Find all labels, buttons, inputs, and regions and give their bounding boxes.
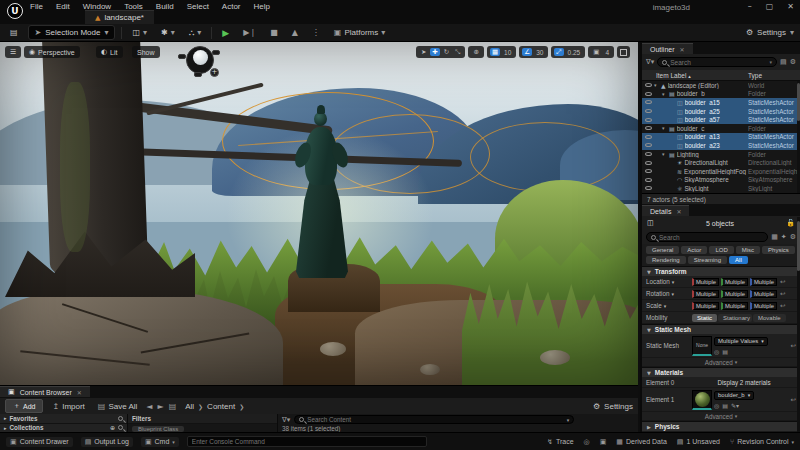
outliner-row[interactable]: ▾▲landscape (Editor)World	[642, 81, 800, 90]
back-icon[interactable]: ◄	[146, 402, 152, 411]
outliner-row[interactable]: ◫boulder_a13StaticMeshActor	[642, 133, 800, 142]
rotation-snap-icon[interactable]: ∠	[522, 48, 532, 56]
visibility-eye-icon[interactable]	[642, 118, 654, 122]
play-button[interactable]: ▶	[218, 26, 233, 40]
outliner-row[interactable]: ▾▤boulder_cFolder	[642, 124, 800, 133]
menu-edit[interactable]: Edit	[56, 2, 70, 11]
favorites-expander[interactable]: ▸ Favorites	[0, 414, 127, 424]
outliner-row[interactable]: ☼SkyLightSkyLight	[642, 184, 800, 193]
sun-widget-sun-sphere[interactable]	[193, 50, 208, 65]
viewport-menu-button[interactable]: ☰	[5, 46, 21, 58]
level-tab[interactable]: ▲ landscape*	[85, 10, 154, 24]
outliner-row[interactable]: ◠SkyAtmosphereSkyAtmosphere	[642, 176, 800, 185]
reset-icon[interactable]: ↩	[780, 278, 785, 286]
visibility-eye-icon[interactable]	[642, 169, 654, 173]
select-tool-button[interactable]: ➤	[419, 48, 428, 56]
perspective-dropdown[interactable]: ◉ Perspective	[24, 46, 80, 58]
expand-arrow-icon[interactable]: ▾	[662, 151, 669, 157]
visibility-eye-icon[interactable]	[642, 92, 654, 96]
status-icon-b[interactable]: ▣	[600, 438, 607, 446]
mobility-stationary[interactable]: Stationary	[718, 314, 752, 322]
filter-chip-rendering[interactable]: Rendering	[646, 256, 686, 264]
outliner-row[interactable]: ☀DirectionalLightDirectionalLight	[642, 158, 800, 167]
breadcrumb-content[interactable]: Content	[207, 402, 235, 411]
scale-snap-value[interactable]: 0.25	[566, 49, 583, 56]
visibility-eye-icon[interactable]	[642, 178, 654, 182]
material-options-icon[interactable]: ✎▾	[731, 402, 739, 409]
eject-button[interactable]: ▲	[288, 26, 302, 39]
trace-button[interactable]: ↯ Trace	[547, 438, 574, 446]
expand-arrow-icon[interactable]: ▾	[662, 91, 669, 97]
revision-control-button[interactable]: ⑂ Revision Control ▾	[730, 438, 794, 446]
grid-snap-value[interactable]: 10	[502, 49, 513, 56]
outliner-row[interactable]: ▾▤LightingFolder	[642, 150, 800, 159]
forward-icon[interactable]: ►	[157, 402, 163, 411]
outliner-search-input[interactable]	[670, 59, 766, 66]
selection-mode-dropdown[interactable]: ➤ Selection Mode ▾	[28, 25, 116, 40]
transform-value-vy[interactable]: Multiple	[721, 290, 748, 298]
advanced-expander[interactable]: Advanced▾	[642, 412, 800, 421]
show-dropdown[interactable]: Show	[132, 46, 160, 58]
reset-icon[interactable]: ↩	[791, 396, 796, 404]
outliner-row[interactable]: ≋ExponentialHeightFogExponentialHeightFo…	[642, 167, 800, 176]
details-search[interactable]	[646, 232, 768, 242]
maximize-button[interactable]: ▢	[766, 2, 774, 11]
content-search-input[interactable]	[307, 416, 563, 423]
section-materials[interactable]: ▼Materials	[642, 367, 800, 377]
menu-select[interactable]: Select	[187, 2, 209, 11]
breadcrumb-all[interactable]: All	[185, 402, 194, 411]
play-options-button[interactable]: ⋮	[308, 26, 324, 39]
visibility-eye-icon[interactable]	[642, 161, 654, 165]
section-physics[interactable]: ▶Physics	[642, 421, 800, 431]
status-icon-a[interactable]: ◎	[584, 438, 590, 446]
maximize-viewport-button[interactable]	[620, 49, 627, 56]
tab-content-browser[interactable]: ▣ Content Browser ✕	[0, 386, 90, 397]
camera-speed-value[interactable]: 4	[603, 49, 611, 56]
close-icon[interactable]: ✕	[676, 208, 681, 215]
transform-value-vy[interactable]: Multiple	[721, 302, 748, 310]
skip-button[interactable]: ▶❘	[239, 26, 260, 39]
world-local-toggle[interactable]: ⊕	[471, 48, 480, 56]
visibility-eye-icon[interactable]	[642, 100, 654, 104]
scale-snap-icon[interactable]: ⤢	[554, 48, 563, 56]
search-icon[interactable]	[118, 416, 123, 421]
outliner-search[interactable]: ▾	[657, 57, 777, 67]
rotation-snap-value[interactable]: 30	[534, 49, 545, 56]
transform-label[interactable]: Rotation▾	[646, 290, 690, 297]
transform-label[interactable]: Location▾	[646, 278, 690, 285]
level-viewport[interactable]: ☰ ◉ Perspective ◐ Lit Show + ➤ ✚ ↻	[0, 42, 638, 385]
outliner-new-folder-icon[interactable]: ▤	[780, 58, 787, 66]
outliner-row[interactable]: ◫boulder_a15StaticMeshActor	[642, 98, 800, 107]
outliner-row[interactable]: ▾▤boulder_bFolder	[642, 90, 800, 99]
import-button[interactable]: ↥Import	[48, 400, 88, 413]
platforms-dropdown[interactable]: ▣ Platforms ▾	[330, 26, 389, 39]
filter-chip-misc[interactable]: Misc	[736, 246, 760, 254]
visibility-eye-icon[interactable]	[642, 126, 654, 130]
visibility-eye-icon[interactable]	[642, 109, 654, 113]
unreal-logo-icon[interactable]: U	[7, 3, 23, 19]
details-favorites-icon[interactable]: ✦	[781, 233, 787, 241]
use-selected-icon[interactable]: ◎	[714, 402, 719, 409]
outliner-settings-icon[interactable]: ⚙	[790, 58, 796, 66]
content-browser-settings-button[interactable]: Settings	[604, 402, 633, 411]
outliner-row[interactable]: ◫boulder_a23StaticMeshActor	[642, 141, 800, 150]
filter-chip-lod[interactable]: LOD	[709, 246, 733, 254]
transform-label[interactable]: Scale▾	[646, 302, 690, 309]
transform-value-vz[interactable]: Multiple	[750, 278, 777, 286]
static-mesh-dropdown[interactable]: Multiple Values▾	[714, 337, 768, 346]
visibility-eye-icon[interactable]	[642, 135, 654, 139]
cmd-dropdown[interactable]: ▣ Cmd ▾	[141, 437, 179, 447]
filter-chip-blueprint-class[interactable]: Blueprint Class	[132, 426, 184, 432]
search-icon[interactable]	[118, 425, 123, 430]
filter-chip-general[interactable]: General	[646, 246, 679, 254]
toolbar-settings-button[interactable]: Settings	[757, 28, 786, 37]
console-input-box[interactable]	[187, 436, 427, 447]
visibility-eye-icon[interactable]	[642, 83, 654, 87]
details-settings-icon[interactable]: ⚙	[790, 233, 796, 241]
stop-button[interactable]: ■	[266, 26, 282, 39]
camera-speed-icon[interactable]: ▣	[591, 48, 601, 56]
console-input[interactable]	[192, 438, 422, 445]
derived-data-button[interactable]: ▦ Derived Data	[616, 438, 666, 446]
visibility-eye-icon[interactable]	[642, 186, 654, 190]
close-button[interactable]: ✕	[787, 2, 794, 11]
